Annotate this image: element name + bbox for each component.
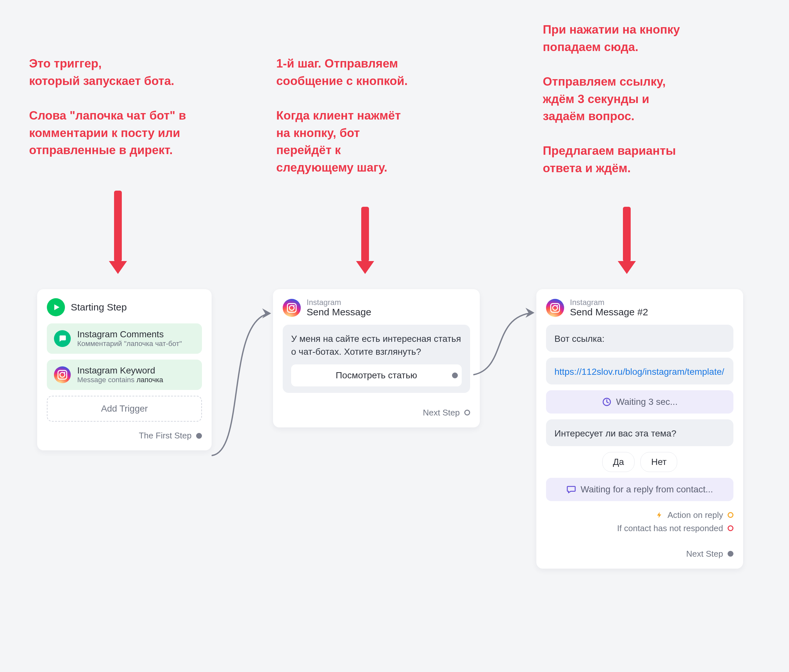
not-responded-row[interactable]: If contact has not responded (546, 520, 733, 533)
connector-ring-icon[interactable] (464, 410, 470, 415)
trigger-instagram-comments[interactable]: Instagram Comments Комментарий "лапочка … (47, 323, 202, 354)
card-send-message[interactable]: Instagram Send Message У меня на сайте е… (273, 289, 480, 428)
message-button[interactable]: Посмотреть статью (291, 364, 462, 386)
trigger-subtitle: Комментарий "лапочка чат-бот" (77, 340, 182, 348)
annotation-step2: При нажатии на кнопку попадаем сюда. Отп… (543, 21, 749, 177)
waiting-label: Waiting 3 sec... (616, 397, 677, 407)
waiting-delay-row[interactable]: Waiting 3 sec... (546, 390, 733, 413)
footer-label: Next Step (686, 549, 723, 559)
footer-label: Next Step (423, 408, 460, 418)
card-starting-step[interactable]: Starting Step Instagram Comments Коммент… (37, 289, 212, 450)
card-header: Instagram Send Message (283, 298, 470, 318)
waiting-reply-row[interactable]: Waiting for a reply from contact... (546, 478, 733, 501)
channel-label: Instagram (307, 298, 371, 306)
card-title: Starting Step (71, 302, 127, 313)
trigger-subtitle: Message contains лапочка (77, 376, 163, 384)
instagram-icon (546, 299, 564, 317)
card-title: Send Message #2 (570, 306, 648, 318)
card-send-message-2[interactable]: Instagram Send Message #2 Вот ссылка: ht… (536, 289, 743, 568)
card-footer: Next Step (283, 399, 470, 418)
trigger-title: Instagram Keyword (77, 366, 163, 376)
bolt-icon (656, 511, 663, 519)
channel-label: Instagram (570, 298, 648, 306)
message-bubble[interactable]: Вот ссылка: (546, 325, 733, 351)
comment-icon (54, 330, 71, 347)
message-text: У меня на сайте есть интересная статья о… (291, 332, 462, 358)
connector-dot-icon[interactable] (728, 551, 733, 557)
message-bubble[interactable]: Интересует ли вас эта тема? (546, 419, 733, 446)
connector-dot-icon[interactable] (196, 433, 202, 439)
add-trigger-button[interactable]: Add Trigger (47, 396, 202, 421)
connector-ring-icon[interactable] (728, 512, 733, 518)
quick-reply-no[interactable]: Нет (640, 452, 677, 472)
connector-curve (207, 300, 278, 468)
annotation-step1: 1-й шаг. Отправляем сообщение с кнопкой.… (276, 55, 457, 176)
message-bubble-link[interactable]: https://112slov.ru/blog/instagram/templa… (546, 358, 733, 385)
arrow-down-icon (110, 191, 126, 274)
message-link[interactable]: https://112slov.ru/blog/instagram/templa… (554, 367, 724, 377)
annotation-trigger: Это триггер, который запускает бота. Сло… (29, 55, 229, 159)
action-label: Action on reply (668, 510, 723, 520)
quick-replies-row: Да Нет (546, 452, 733, 472)
not-responded-label: If contact has not responded (617, 524, 723, 533)
card-footer: Next Step (546, 533, 733, 559)
chat-icon (566, 485, 576, 494)
connector-ring-icon[interactable] (728, 525, 733, 531)
card-header: Starting Step (47, 298, 202, 316)
card-header: Instagram Send Message #2 (546, 298, 733, 318)
card-title: Send Message (307, 306, 371, 318)
quick-reply-yes[interactable]: Да (602, 452, 635, 472)
message-text: Интересует ли вас эта тема? (554, 428, 676, 438)
play-icon (47, 298, 65, 316)
arrow-down-icon (619, 207, 635, 274)
message-bubble[interactable]: У меня на сайте есть интересная статья о… (283, 325, 470, 393)
clock-icon (602, 397, 612, 407)
instagram-icon (54, 366, 71, 383)
message-text: Вот ссылка: (554, 334, 605, 344)
arrow-down-icon (357, 207, 373, 274)
footer-label: The First Step (139, 431, 192, 441)
trigger-instagram-keyword[interactable]: Instagram Keyword Message contains лапоч… (47, 359, 202, 390)
trigger-title: Instagram Comments (77, 329, 182, 340)
connector-dot-icon[interactable] (452, 372, 458, 378)
card-footer: The First Step (47, 421, 202, 441)
action-on-reply-row[interactable]: Action on reply (546, 507, 733, 520)
instagram-icon (283, 299, 301, 317)
waiting-reply-label: Waiting for a reply from contact... (581, 484, 713, 495)
